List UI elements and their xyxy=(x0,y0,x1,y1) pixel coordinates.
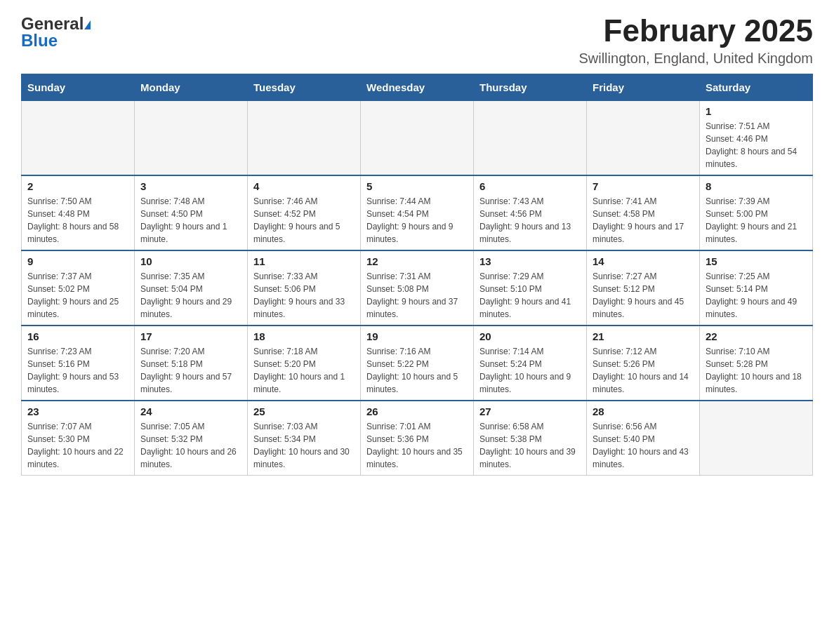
calendar-cell: 9Sunrise: 7:37 AMSunset: 5:02 PMDaylight… xyxy=(22,250,135,326)
calendar-cell: 11Sunrise: 7:33 AMSunset: 5:06 PMDayligh… xyxy=(248,250,361,326)
calendar-cell: 28Sunrise: 6:56 AMSunset: 5:40 PMDayligh… xyxy=(587,401,700,476)
calendar-cell: 27Sunrise: 6:58 AMSunset: 5:38 PMDayligh… xyxy=(474,401,587,476)
location-subtitle: Swillington, England, United Kingdom xyxy=(578,51,813,67)
day-number: 28 xyxy=(593,405,694,417)
logo-triangle-icon xyxy=(84,20,91,29)
day-number: 4 xyxy=(253,180,355,192)
calendar-cell xyxy=(587,101,700,176)
calendar-cell xyxy=(474,101,587,176)
day-detail: Sunrise: 7:12 AMSunset: 5:26 PMDaylight:… xyxy=(593,345,694,396)
calendar-week-5: 23Sunrise: 7:07 AMSunset: 5:30 PMDayligh… xyxy=(22,401,813,476)
day-detail: Sunrise: 7:35 AMSunset: 5:04 PMDaylight:… xyxy=(140,270,241,321)
day-number: 22 xyxy=(706,330,807,342)
day-detail: Sunrise: 7:05 AMSunset: 5:32 PMDaylight:… xyxy=(140,420,241,471)
col-tuesday: Tuesday xyxy=(248,74,361,101)
calendar-cell xyxy=(248,101,361,176)
day-detail: Sunrise: 7:25 AMSunset: 5:14 PMDaylight:… xyxy=(706,270,807,321)
day-number: 13 xyxy=(479,255,581,267)
day-number: 17 xyxy=(140,330,241,342)
day-detail: Sunrise: 7:39 AMSunset: 5:00 PMDaylight:… xyxy=(706,195,807,246)
day-detail: Sunrise: 6:56 AMSunset: 5:40 PMDaylight:… xyxy=(593,420,694,471)
calendar-cell: 23Sunrise: 7:07 AMSunset: 5:30 PMDayligh… xyxy=(22,401,135,476)
day-detail: Sunrise: 7:20 AMSunset: 5:18 PMDaylight:… xyxy=(140,345,241,396)
calendar-cell: 19Sunrise: 7:16 AMSunset: 5:22 PMDayligh… xyxy=(361,326,474,401)
day-detail: Sunrise: 7:51 AMSunset: 4:46 PMDaylight:… xyxy=(706,120,807,170)
day-number: 26 xyxy=(366,405,468,417)
logo: General Blue xyxy=(21,14,91,51)
calendar-cell: 10Sunrise: 7:35 AMSunset: 5:04 PMDayligh… xyxy=(135,250,248,326)
calendar-week-3: 9Sunrise: 7:37 AMSunset: 5:02 PMDaylight… xyxy=(22,250,813,326)
calendar-cell: 8Sunrise: 7:39 AMSunset: 5:00 PMDaylight… xyxy=(700,175,813,250)
logo-blue-text: Blue xyxy=(21,31,58,51)
day-number: 6 xyxy=(479,180,581,192)
day-detail: Sunrise: 7:16 AMSunset: 5:22 PMDaylight:… xyxy=(366,345,468,396)
calendar-cell: 20Sunrise: 7:14 AMSunset: 5:24 PMDayligh… xyxy=(474,326,587,401)
calendar-cell: 2Sunrise: 7:50 AMSunset: 4:48 PMDaylight… xyxy=(22,175,135,250)
calendar-cell: 14Sunrise: 7:27 AMSunset: 5:12 PMDayligh… xyxy=(587,250,700,326)
day-number: 16 xyxy=(27,330,128,342)
calendar-cell: 4Sunrise: 7:46 AMSunset: 4:52 PMDaylight… xyxy=(248,175,361,250)
calendar-cell xyxy=(361,101,474,176)
calendar-cell: 12Sunrise: 7:31 AMSunset: 5:08 PMDayligh… xyxy=(361,250,474,326)
day-number: 24 xyxy=(140,405,241,417)
calendar-cell: 24Sunrise: 7:05 AMSunset: 5:32 PMDayligh… xyxy=(135,401,248,476)
day-detail: Sunrise: 7:33 AMSunset: 5:06 PMDaylight:… xyxy=(253,270,355,321)
day-number: 5 xyxy=(366,180,468,192)
day-number: 19 xyxy=(366,330,468,342)
day-number: 12 xyxy=(366,255,468,267)
col-sunday: Sunday xyxy=(22,74,135,101)
day-detail: Sunrise: 7:07 AMSunset: 5:30 PMDaylight:… xyxy=(27,420,128,471)
calendar-table: Sunday Monday Tuesday Wednesday Thursday… xyxy=(21,74,813,476)
col-friday: Friday xyxy=(587,74,700,101)
calendar-cell: 5Sunrise: 7:44 AMSunset: 4:54 PMDaylight… xyxy=(361,175,474,250)
calendar-cell: 21Sunrise: 7:12 AMSunset: 5:26 PMDayligh… xyxy=(587,326,700,401)
calendar-cell xyxy=(22,101,135,176)
calendar-week-2: 2Sunrise: 7:50 AMSunset: 4:48 PMDaylight… xyxy=(22,175,813,250)
day-number: 9 xyxy=(27,255,128,267)
calendar-cell: 1Sunrise: 7:51 AMSunset: 4:46 PMDaylight… xyxy=(700,101,813,176)
calendar-cell xyxy=(135,101,248,176)
day-detail: Sunrise: 7:48 AMSunset: 4:50 PMDaylight:… xyxy=(140,195,241,246)
day-detail: Sunrise: 7:03 AMSunset: 5:34 PMDaylight:… xyxy=(253,420,355,471)
calendar-cell: 15Sunrise: 7:25 AMSunset: 5:14 PMDayligh… xyxy=(700,250,813,326)
day-detail: Sunrise: 7:29 AMSunset: 5:10 PMDaylight:… xyxy=(479,270,581,321)
title-area: February 2025 Swillington, England, Unit… xyxy=(578,14,813,67)
calendar-week-1: 1Sunrise: 7:51 AMSunset: 4:46 PMDaylight… xyxy=(22,101,813,176)
day-detail: Sunrise: 7:37 AMSunset: 5:02 PMDaylight:… xyxy=(27,270,128,321)
calendar-cell: 13Sunrise: 7:29 AMSunset: 5:10 PMDayligh… xyxy=(474,250,587,326)
day-number: 20 xyxy=(479,330,581,342)
calendar-cell: 26Sunrise: 7:01 AMSunset: 5:36 PMDayligh… xyxy=(361,401,474,476)
calendar-cell: 7Sunrise: 7:41 AMSunset: 4:58 PMDaylight… xyxy=(587,175,700,250)
col-saturday: Saturday xyxy=(700,74,813,101)
page-header: General Blue February 2025 Swillington, … xyxy=(21,14,813,67)
day-detail: Sunrise: 7:23 AMSunset: 5:16 PMDaylight:… xyxy=(27,345,128,396)
day-detail: Sunrise: 7:46 AMSunset: 4:52 PMDaylight:… xyxy=(253,195,355,246)
calendar-cell: 25Sunrise: 7:03 AMSunset: 5:34 PMDayligh… xyxy=(248,401,361,476)
day-detail: Sunrise: 7:44 AMSunset: 4:54 PMDaylight:… xyxy=(366,195,468,246)
day-number: 18 xyxy=(253,330,355,342)
day-number: 2 xyxy=(27,180,128,192)
day-detail: Sunrise: 6:58 AMSunset: 5:38 PMDaylight:… xyxy=(479,420,581,471)
calendar-cell: 3Sunrise: 7:48 AMSunset: 4:50 PMDaylight… xyxy=(135,175,248,250)
day-number: 10 xyxy=(140,255,241,267)
day-detail: Sunrise: 7:27 AMSunset: 5:12 PMDaylight:… xyxy=(593,270,694,321)
col-wednesday: Wednesday xyxy=(361,74,474,101)
day-detail: Sunrise: 7:18 AMSunset: 5:20 PMDaylight:… xyxy=(253,345,355,396)
day-number: 25 xyxy=(253,405,355,417)
day-detail: Sunrise: 7:10 AMSunset: 5:28 PMDaylight:… xyxy=(706,345,807,396)
col-monday: Monday xyxy=(135,74,248,101)
day-number: 1 xyxy=(706,105,807,117)
calendar-cell: 17Sunrise: 7:20 AMSunset: 5:18 PMDayligh… xyxy=(135,326,248,401)
calendar-cell: 18Sunrise: 7:18 AMSunset: 5:20 PMDayligh… xyxy=(248,326,361,401)
day-detail: Sunrise: 7:41 AMSunset: 4:58 PMDaylight:… xyxy=(593,195,694,246)
day-number: 21 xyxy=(593,330,694,342)
day-detail: Sunrise: 7:14 AMSunset: 5:24 PMDaylight:… xyxy=(479,345,581,396)
calendar-cell: 6Sunrise: 7:43 AMSunset: 4:56 PMDaylight… xyxy=(474,175,587,250)
day-number: 23 xyxy=(27,405,128,417)
day-number: 8 xyxy=(706,180,807,192)
day-number: 14 xyxy=(593,255,694,267)
day-detail: Sunrise: 7:50 AMSunset: 4:48 PMDaylight:… xyxy=(27,195,128,246)
day-detail: Sunrise: 7:01 AMSunset: 5:36 PMDaylight:… xyxy=(366,420,468,471)
day-number: 11 xyxy=(253,255,355,267)
day-detail: Sunrise: 7:43 AMSunset: 4:56 PMDaylight:… xyxy=(479,195,581,246)
